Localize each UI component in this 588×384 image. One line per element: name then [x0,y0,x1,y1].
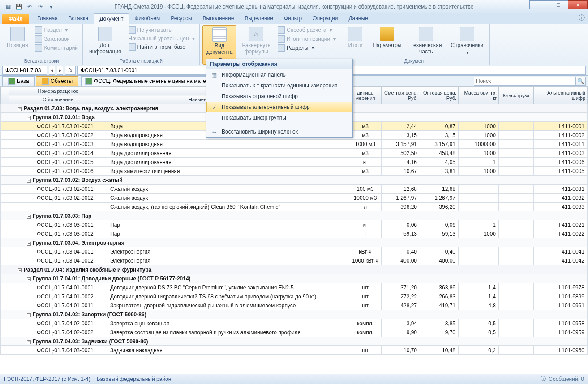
help-icon[interactable]: ⓘ [579,14,585,22]
table-row[interactable]: ФССЦ-01.7.03.01-0005Вода дистиллированна… [1,158,588,167]
table-row[interactable]: −Группа 01.7.03.03: Пар [1,211,588,220]
ignore-button: Не учитывать [127,26,197,34]
table-row[interactable]: ФССЦ-01.7.04.02-0001Завертка оцинкованна… [1,319,588,328]
collapse-icon[interactable]: − [27,215,31,219]
tab-Фильтр[interactable]: Фильтр [279,13,307,24]
tab-Выполнение[interactable]: Выполнение [197,13,240,24]
table-row[interactable]: ФССЦ-01.7.04.01-0011Закрыватель дверной … [1,301,588,310]
collapse-icon[interactable]: − [27,340,31,344]
search-button[interactable]: 🔍 [576,77,586,86]
fx-button[interactable]: fx [65,66,76,75]
dropdown-item[interactable]: ✓Показывать альтернативный шифр [206,102,352,112]
db-icon [8,78,15,85]
tab-Физобъем[interactable]: Физобъем [129,13,165,24]
quick-access-toolbar: ▦ 💾 ↶ ↷ ▾ [0,2,59,12]
table-row[interactable]: ФССЦ-01.7.03.01-0004Вода дистиллированна… [1,149,588,158]
table-row[interactable]: ФССЦ-01.7.04.01-0002Доводчик дверной гид… [1,292,588,301]
col-codes[interactable]: Номера расценок [9,87,107,95]
collapse-icon[interactable]: − [27,242,31,246]
col-price1[interactable]: Сметная цена, Руб. [382,87,420,104]
dropdown-item[interactable]: Показывать отраслевой шифр [206,91,352,102]
file-tab[interactable]: Файл [2,14,29,24]
table-row[interactable]: −Группа 01.7.03.04: Электроэнергия [1,238,588,247]
table-row[interactable]: ФССЦ-01.7.03.04-0001ЭлектроэнергиякВт-ч0… [1,247,588,256]
qat-dropdown-icon[interactable]: ▾ [46,2,56,12]
table-row[interactable]: ФССЦ-01.7.04.02-0002Завертка состоящая и… [1,328,588,337]
tab-Операции[interactable]: Операции [307,13,343,24]
table-row[interactable]: ФССЦ-01.7.03.03-0002Парт59,1359,131000I … [1,229,588,238]
col-alt[interactable]: Альтернативный шифр [534,87,588,104]
search-input[interactable] [474,77,576,86]
tab-Документ[interactable]: Документ [94,13,129,24]
dropdown-item[interactable]: ↔Восстановить ширину колонок [206,126,352,137]
nav-prev-icon[interactable]: ◂ [49,66,55,75]
maximize-button[interactable]: ☐ [549,0,568,9]
search-icon [129,43,136,51]
collapse-icon[interactable]: − [27,179,31,183]
collapse-icon[interactable]: − [27,277,31,281]
tab-Данные[interactable]: Данные [343,13,373,24]
table-row[interactable]: ФССЦ-01.7.03.01-0003Вода водопроводная10… [1,140,588,149]
table-row[interactable]: ФССЦ-01.7.03.04-0002Электроэнергия1000 к… [1,256,588,265]
expand-formulas-button: fx Развернуть формулы [238,25,274,56]
col-price2[interactable]: Оптовая цена, Руб. [420,87,459,104]
qat-redo-icon[interactable]: ↷ [35,2,45,12]
position-icon [10,27,25,41]
table-row[interactable]: ФССЦ-01.7.03.03-0001Паркг0,060,061I 411-… [1,220,588,229]
qat-undo-icon[interactable]: ↶ [25,2,34,12]
col-class[interactable]: Класс груза [499,87,534,104]
blank-icon [210,82,218,89]
col-mass[interactable]: Масса брутто, кг [459,87,499,104]
tab-Главная[interactable]: Главная [32,13,63,24]
collapse-icon[interactable]: − [18,107,22,111]
dropdown-item[interactable]: ▦Информационная панель [206,69,352,80]
table-row[interactable]: −Группа 01.7.04.03: Задвижки (ГОСТ 5090-… [1,337,588,346]
table-row[interactable]: −Группа 01.7.04.01: Доводчики дверные (Г… [1,274,588,283]
dropdown-item[interactable]: Показывать шифр группы [206,112,352,123]
table-row[interactable]: −Раздел 01.7.04: Изделия скобяные и фурн… [1,265,588,274]
document-tab[interactable]: ФССЦ. Федеральные сметные цены на матери [81,76,216,86]
tab-Выделение[interactable]: Выделение [239,13,279,24]
qat-save-icon[interactable]: 💾 [14,2,24,12]
collapse-icon[interactable]: − [27,116,31,120]
totals-icon [278,35,285,43]
header-icon [35,35,42,43]
table-row[interactable]: ФССЦ-01.7.03.02-0001Сжатый воздух100 м31… [1,185,588,194]
cell-reference[interactable]: ФССЦ-01.7.03 [2,66,47,75]
references-button[interactable]: Справочники ▾ [447,25,487,57]
extra-info-button[interactable]: Доп. информация [86,25,125,56]
parameters-button[interactable]: Параметры [369,25,405,50]
col-basis[interactable]: Обоснование [9,95,107,104]
table-row[interactable]: ФССЦ-01.7.03.01-0006Вода химически очище… [1,167,588,176]
table-row[interactable]: ФССЦ-01.7.03.02-0002Сжатый воздух10000 м… [1,194,588,203]
minimize-button[interactable]: ─ [529,0,549,9]
ribbon-group-insert: Позиция Раздел ▾ Заголовок Комментарий В… [0,24,83,65]
titlebar: ▦ 💾 ↶ ↷ ▾ ГРАНД-Смета 2019 - ФССЦ. Федер… [0,0,588,13]
col-rownum[interactable] [1,87,9,104]
sections-button[interactable]: Разделы ▾ [276,44,338,52]
collapse-icon[interactable]: − [27,313,31,317]
tab-objects[interactable]: Объекты [36,76,79,86]
app-window: ▦ 💾 ↶ ↷ ▾ ГРАНД-Смета 2019 - ФССЦ. Федер… [0,0,588,384]
tab-Ресурсы[interactable]: Ресурсы [165,13,197,24]
table-row[interactable]: −Группа 01.7.04.02: Завертки (ГОСТ 5090-… [1,310,588,319]
params-icon [380,27,394,41]
find-in-base-button[interactable]: Найти в норм. базе [127,43,197,51]
totals-button: Итоги [343,25,367,50]
tab-Вставка[interactable]: Вставка [63,13,94,24]
tech-part-button[interactable]: Техническая часть [407,25,445,56]
tab-base[interactable]: База [2,76,35,86]
dropdown-item[interactable]: Показывать к-т кратности единицы измерен… [206,80,352,91]
table-row[interactable]: Сжатый воздух, (газ негорючий жидкий) Cl… [1,203,588,211]
dropdown-header: Параметры отображения [206,59,352,69]
table-row[interactable]: −Группа 01.7.03.02: Воздух сжатый [1,176,588,185]
status-messages[interactable]: ⓘ Сообщений: 0 [541,375,584,383]
columns-icon: ↔ [210,128,218,135]
col-unit[interactable]: диница мерения [349,87,382,104]
table-row[interactable]: ФССЦ-01.7.04.01-0001Доводчик дверной DS … [1,283,588,292]
close-button[interactable]: ✕ [568,0,588,9]
nav-next-icon[interactable]: ▸ [57,66,63,75]
table-row[interactable]: ФССЦ-01.7.04.03-0001Задвижка накладнаяшт… [1,346,588,355]
window-controls: ─ ☐ ✕ [530,0,588,9]
collapse-icon[interactable]: − [18,268,22,272]
